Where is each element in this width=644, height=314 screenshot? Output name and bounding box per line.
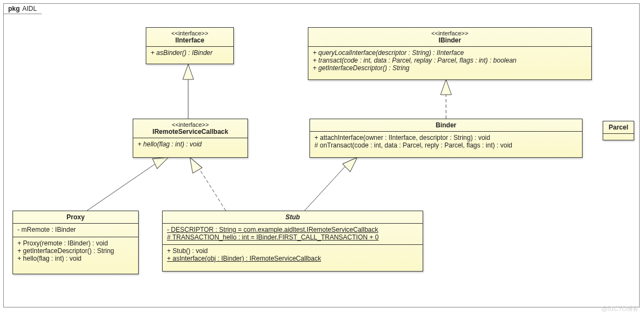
class-name: IBinder: [438, 36, 461, 44]
operation: + transact(code : int, data : Parcel, re…: [313, 57, 587, 64]
package-keyword: pkg: [8, 5, 20, 13]
class-Binder: Binder + attachInterface(owner : IInterf…: [309, 119, 583, 158]
class-title: <<interface>> IRemoteServiceCallback: [133, 119, 247, 138]
operations: + asBinder() : IBinder: [146, 47, 233, 60]
empty-section: [603, 134, 634, 136]
class-IInterface: <<interface>> IInterface + asBinder() : …: [146, 27, 234, 64]
class-name: IInterface: [175, 36, 204, 44]
class-Parcel: Parcel: [603, 121, 634, 140]
operation: # onTransact(code : int, data : Parcel, …: [314, 141, 578, 149]
operations: + Stub() : void + asInterface(obj : IBin…: [163, 245, 423, 266]
class-title: Proxy: [13, 211, 138, 224]
attributes: - mRemote : IBinder: [13, 224, 138, 237]
stereotype: <<interface>>: [138, 121, 243, 128]
class-name: Stub: [286, 213, 300, 221]
class-title: <<interface>> IBinder: [308, 28, 591, 47]
stereotype: <<interface>>: [313, 30, 587, 36]
operation: + Proxy(remote : IBinder) : void: [17, 239, 134, 247]
attribute: - DESCRIPTOR : String = com.example.aidl…: [167, 226, 418, 233]
class-title: Binder: [310, 119, 582, 132]
operation: + attachInterface(owner : IInterface, de…: [314, 134, 578, 141]
class-title: Parcel: [603, 121, 634, 134]
operation: + hello(flag : int) : void: [17, 255, 134, 262]
operation: + queryLocalInterface(descriptor : Strin…: [313, 49, 587, 57]
class-Proxy: Proxy - mRemote : IBinder + Proxy(remote…: [13, 211, 139, 274]
package-label: pkg AIDL: [3, 3, 48, 14]
attribute: # TRANSACTION_hello : int = IBinder.FIRS…: [167, 233, 418, 241]
operation: + asBinder() : IBinder: [151, 49, 229, 57]
package-name: AIDL: [21, 5, 36, 13]
operation: + Stub() : void: [167, 247, 418, 255]
diagram-canvas: pkg AIDL <<interface>> IInterface + asBi…: [0, 0, 644, 314]
class-IBinder: <<interface>> IBinder + queryLocalInterf…: [308, 27, 592, 80]
operations: + Proxy(remote : IBinder) : void + getIn…: [13, 237, 138, 266]
class-name: Parcel: [609, 124, 628, 131]
class-name: Proxy: [66, 213, 84, 221]
attributes: - DESCRIPTOR : String = com.example.aidl…: [163, 224, 423, 245]
operation: + asInterface(obj : IBinder) : IRemoteSe…: [167, 255, 418, 262]
operations: + attachInterface(owner : IInterface, de…: [310, 132, 582, 152]
class-Stub: Stub - DESCRIPTOR : String = com.example…: [162, 211, 423, 272]
operation: + getInterfaceDescriptor() : String: [313, 64, 587, 72]
class-name: IRemoteServiceCallback: [152, 128, 228, 136]
class-IRemoteServiceCallback: <<interface>> IRemoteServiceCallback + h…: [133, 119, 248, 158]
attribute: - mRemote : IBinder: [17, 226, 134, 233]
operations: + queryLocalInterface(descriptor : Strin…: [308, 47, 591, 75]
operation: + getInterfaceDescriptor() : String: [17, 247, 134, 255]
watermark: @51CTO博客: [602, 305, 639, 313]
class-title: Stub: [163, 211, 423, 224]
operation: + hello(flag : int) : void: [138, 140, 243, 148]
class-title: <<interface>> IInterface: [146, 28, 233, 47]
operations: + hello(flag : int) : void: [133, 138, 247, 151]
class-name: Binder: [436, 121, 456, 129]
stereotype: <<interface>>: [151, 30, 229, 36]
